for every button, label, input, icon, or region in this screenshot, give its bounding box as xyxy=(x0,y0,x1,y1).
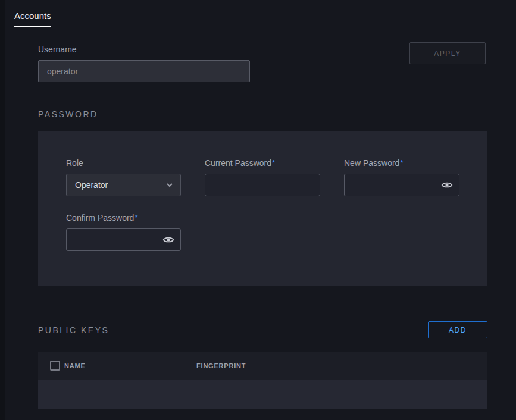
confirm-password-label-text: Confirm Password xyxy=(66,213,134,222)
current-password-label-text: Current Password xyxy=(205,158,271,168)
username-row: Username APPLY xyxy=(38,45,487,82)
password-section-heading: PASSWORD xyxy=(38,109,487,119)
new-password-field: New Password* xyxy=(344,158,459,196)
select-all-cell xyxy=(38,361,64,371)
left-edge-strip xyxy=(0,0,5,420)
confirm-password-input-wrap xyxy=(66,228,181,251)
page-content: Username APPLY PASSWORD Role Operator Cu… xyxy=(38,27,487,409)
password-panel: Role Operator Current Password* New Pass… xyxy=(38,131,487,286)
current-password-input-wrap xyxy=(205,174,320,196)
select-all-checkbox[interactable] xyxy=(50,361,60,371)
public-keys-table: NAME FINGERPRINT xyxy=(38,352,487,409)
add-public-key-button[interactable]: ADD xyxy=(428,321,487,338)
tab-accounts[interactable]: Accounts xyxy=(14,11,51,27)
current-password-label: Current Password* xyxy=(205,158,320,168)
confirm-password-input[interactable] xyxy=(74,235,162,245)
new-password-label: New Password* xyxy=(344,158,459,168)
tab-bar: Accounts xyxy=(6,0,511,27)
role-selected-value: Operator xyxy=(75,180,108,190)
new-password-input[interactable] xyxy=(352,180,441,190)
grid-spacer xyxy=(205,213,320,251)
table-header-row: NAME FINGERPRINT xyxy=(38,352,487,380)
username-input[interactable] xyxy=(38,60,250,82)
eye-icon[interactable] xyxy=(162,234,174,246)
required-asterisk: * xyxy=(272,158,275,167)
table-empty-row xyxy=(38,380,487,409)
required-asterisk: * xyxy=(135,213,137,222)
current-password-input[interactable] xyxy=(212,180,314,190)
confirm-password-field: Confirm Password* xyxy=(66,213,181,251)
current-password-field: Current Password* xyxy=(205,158,320,196)
column-header-name: NAME xyxy=(64,362,196,369)
public-keys-header-row: PUBLIC KEYS ADD xyxy=(38,321,487,338)
eye-icon[interactable] xyxy=(441,179,453,191)
password-form-grid: Role Operator Current Password* New Pass… xyxy=(66,158,459,251)
accounts-page: Accounts Username APPLY PASSWORD Role Op… xyxy=(5,0,516,420)
role-select[interactable]: Operator xyxy=(66,174,181,196)
apply-button[interactable]: APPLY xyxy=(409,42,486,64)
new-password-input-wrap xyxy=(344,174,459,196)
role-label: Role xyxy=(66,158,181,168)
chevron-down-icon xyxy=(166,181,173,189)
grid-spacer xyxy=(344,213,459,251)
column-header-fingerprint: FINGERPRINT xyxy=(196,362,487,369)
required-asterisk: * xyxy=(400,158,403,167)
public-keys-heading: PUBLIC KEYS xyxy=(38,325,109,335)
new-password-label-text: New Password xyxy=(344,158,399,168)
confirm-password-label: Confirm Password* xyxy=(66,213,181,222)
role-field: Role Operator xyxy=(66,158,181,196)
